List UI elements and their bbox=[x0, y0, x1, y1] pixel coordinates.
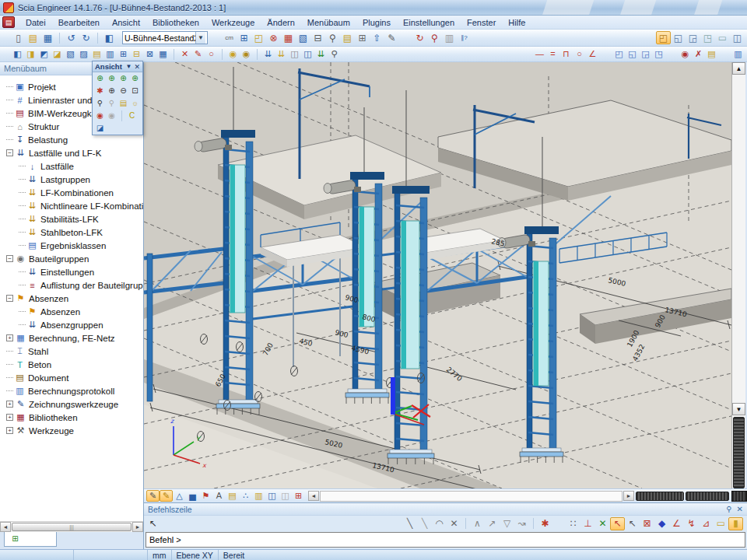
find-icon[interactable]: ⚲ bbox=[427, 31, 442, 44]
tree-item-lastgruppen[interactable]: ⇊Lastgruppen bbox=[2, 173, 143, 186]
window-layout-1-icon[interactable]: ◰ bbox=[656, 31, 671, 44]
zoom-slider[interactable] bbox=[686, 492, 729, 501]
menu-menübaum[interactable]: Menübaum bbox=[301, 16, 356, 29]
solid-view-icon[interactable]: ◪ bbox=[94, 123, 106, 134]
open-folder-icon[interactable]: ▤ bbox=[26, 31, 40, 44]
move-nodes-icon[interactable]: ⇊ bbox=[261, 48, 275, 60]
add-selection-icon[interactable]: ⊞ bbox=[117, 48, 130, 60]
copy-nodes-icon[interactable]: ⇊ bbox=[275, 48, 288, 60]
snap-angle-icon[interactable]: ∠ bbox=[669, 517, 684, 530]
view-settings-icon[interactable]: C bbox=[126, 110, 138, 121]
viewport-horizontal-scrollbar[interactable] bbox=[320, 491, 622, 502]
snap-polyline-icon[interactable]: ↯ bbox=[684, 517, 699, 530]
section-ruler-icon[interactable]: ▥ bbox=[442, 31, 457, 44]
menu-hilfe[interactable]: Hilfe bbox=[502, 16, 531, 29]
erase-icon[interactable]: ✕ bbox=[447, 517, 461, 530]
edit-doc-icon[interactable]: ✎ bbox=[384, 31, 399, 44]
draw-line-point-icon[interactable]: ╲ bbox=[417, 517, 432, 530]
scroll-right-icon[interactable]: ► bbox=[132, 522, 143, 532]
tile-windows-icon[interactable]: ◱ bbox=[626, 48, 639, 60]
panel-close-icon[interactable]: ✕ bbox=[134, 63, 140, 71]
pair-deselect-icon[interactable]: ◉ bbox=[240, 48, 253, 60]
pan-slider[interactable] bbox=[636, 492, 684, 501]
show-loads-icon[interactable]: ▅ bbox=[186, 490, 199, 502]
snap-perpendicular-icon[interactable]: ⊥ bbox=[580, 517, 595, 530]
calibrate-icon[interactable]: ∥? bbox=[457, 31, 472, 44]
tree-item-absenzgruppen[interactable]: ⇊Absenzgruppen bbox=[2, 318, 143, 331]
tree-item-lastfälle[interactable]: ↓Lastfälle bbox=[2, 159, 143, 173]
render-wire-icon[interactable]: ✎ bbox=[146, 490, 160, 502]
tree-item-absenzen[interactable]: ⚑Absenzen bbox=[2, 305, 143, 318]
3d-viewport[interactable]: z Y x 9004504590800900277065070050201371… bbox=[144, 62, 731, 488]
cursor-snap-icon[interactable]: ✱ bbox=[538, 517, 552, 530]
camera-icon[interactable]: ◉ bbox=[94, 110, 106, 121]
tree-item-dokument[interactable]: ▤Dokument bbox=[2, 371, 143, 384]
zoom-all-icon[interactable]: ⚲ bbox=[94, 98, 106, 109]
viewport-vertical-scrollbar[interactable]: ▲ ▼ bbox=[731, 62, 745, 488]
collapse-icon[interactable]: − bbox=[6, 255, 13, 262]
recalculate-icon[interactable]: ↻ bbox=[412, 31, 427, 44]
angle-tool-icon[interactable]: ∠ bbox=[586, 48, 599, 60]
show-supports-icon[interactable]: △ bbox=[173, 490, 186, 502]
rotate-members-icon[interactable]: ⇊ bbox=[314, 48, 328, 60]
zoom-in-icon[interactable]: ⊕ bbox=[106, 86, 117, 96]
scroll-right-icon[interactable]: ► bbox=[623, 491, 634, 501]
print-icon[interactable]: ⊟ bbox=[310, 31, 325, 44]
tree-item-zeichnungswerkzeuge[interactable]: +✎Zeichnungswerkzeuge bbox=[2, 397, 143, 411]
collapse-icon[interactable]: − bbox=[6, 149, 13, 156]
show-doc-icon[interactable]: ▤ bbox=[226, 490, 239, 502]
command-input[interactable] bbox=[146, 532, 745, 548]
snap-grid-icon[interactable]: ∷ bbox=[566, 517, 580, 530]
select-support-icon[interactable]: ▨ bbox=[77, 48, 90, 60]
tree-item-bauteilgruppen[interactable]: −◉Bauteilgruppen bbox=[2, 252, 143, 265]
menu-werkzeuge[interactable]: Werkzeuge bbox=[205, 16, 261, 29]
select-load-icon[interactable]: ▧ bbox=[64, 48, 77, 60]
scroll-left-icon[interactable]: ◄ bbox=[0, 522, 11, 532]
show-grid-icon[interactable]: ⊞ bbox=[292, 490, 305, 502]
angle-entry-icon[interactable]: ∧ bbox=[470, 517, 485, 530]
snap-polygon-icon[interactable]: ⊿ bbox=[699, 517, 714, 530]
ellipse-icon[interactable]: ○ bbox=[205, 48, 218, 60]
light-icon[interactable]: ☼ bbox=[129, 98, 141, 109]
window-layout-6-icon[interactable]: ◫ bbox=[730, 31, 745, 44]
title-bar[interactable]: Scia Engineer 14.1.76 - [U-Bühne4-Bestan… bbox=[0, 0, 747, 16]
tree-tab[interactable]: ⊞ bbox=[4, 532, 57, 547]
circle-tool-icon[interactable]: ○ bbox=[573, 48, 586, 60]
extra-tool-icon[interactable]: ▥ bbox=[731, 48, 745, 60]
plane-entry-icon[interactable]: ▽ bbox=[500, 517, 514, 530]
camera-off-icon[interactable]: ◉ bbox=[106, 110, 117, 121]
collapse-icon[interactable]: − bbox=[6, 295, 13, 302]
tree-item-auflistung-der-bauteilgrup[interactable]: ≡Auflistung der Bauteilgrup bbox=[2, 278, 143, 292]
scia-menu-icon[interactable]: ▤ bbox=[2, 16, 15, 28]
menu-datei[interactable]: Datei bbox=[19, 16, 52, 29]
close-icon[interactable]: ✕ bbox=[737, 505, 743, 513]
menu-bibliotheken[interactable]: Bibliotheken bbox=[146, 16, 205, 29]
tree-item-werkzeuge[interactable]: +⚒Werkzeuge bbox=[2, 424, 143, 437]
expand-icon[interactable]: + bbox=[6, 414, 13, 421]
zoom-out-icon[interactable]: ⊖ bbox=[117, 86, 129, 96]
tree-item-stahl[interactable]: ⌶Stahl bbox=[2, 345, 143, 358]
snap-box-icon[interactable]: ⊠ bbox=[640, 517, 654, 530]
show-nodes-icon[interactable]: ∴ bbox=[239, 490, 252, 502]
tree-item-stahlbeton-lfk[interactable]: ⇊Stahlbeton-LFK bbox=[2, 226, 143, 239]
view-z-icon[interactable]: ⊕ bbox=[117, 73, 129, 84]
select-surface-icon[interactable]: ◪ bbox=[51, 48, 64, 60]
vscroll-track[interactable] bbox=[732, 75, 745, 403]
cursor-mode-icon[interactable]: ↖ bbox=[146, 517, 160, 530]
pin-icon[interactable]: ⚲ bbox=[726, 505, 731, 513]
units-icon[interactable]: cm bbox=[222, 31, 237, 44]
tree-item-berechnung-fe-netz[interactable]: +▦Berechnung, FE-Netz bbox=[2, 331, 143, 345]
dropdown-arrow-icon[interactable]: ▼ bbox=[195, 32, 205, 44]
menu-ansicht[interactable]: Ansicht bbox=[106, 16, 146, 29]
pair-select-icon[interactable]: ◉ bbox=[226, 48, 240, 60]
tree-item-bibliotheken[interactable]: +▦Bibliotheken bbox=[2, 411, 143, 424]
tree-item-stabilitäts-lfk[interactable]: ⇊Stabilitäts-LFK bbox=[2, 212, 143, 226]
calculator-icon[interactable]: ⊞ bbox=[355, 31, 370, 44]
status-plane[interactable]: Ebene XY bbox=[172, 550, 219, 560]
redo-icon[interactable]: ↻ bbox=[79, 31, 93, 44]
menu-plugins[interactable]: Plugins bbox=[356, 16, 397, 29]
search-members-icon[interactable]: ⚲ bbox=[328, 48, 341, 60]
open-project-folder-icon[interactable]: ▤ bbox=[705, 48, 718, 60]
scroll-up-icon[interactable]: ▲ bbox=[732, 62, 745, 75]
filter-selection-icon[interactable]: ▦ bbox=[156, 48, 170, 60]
